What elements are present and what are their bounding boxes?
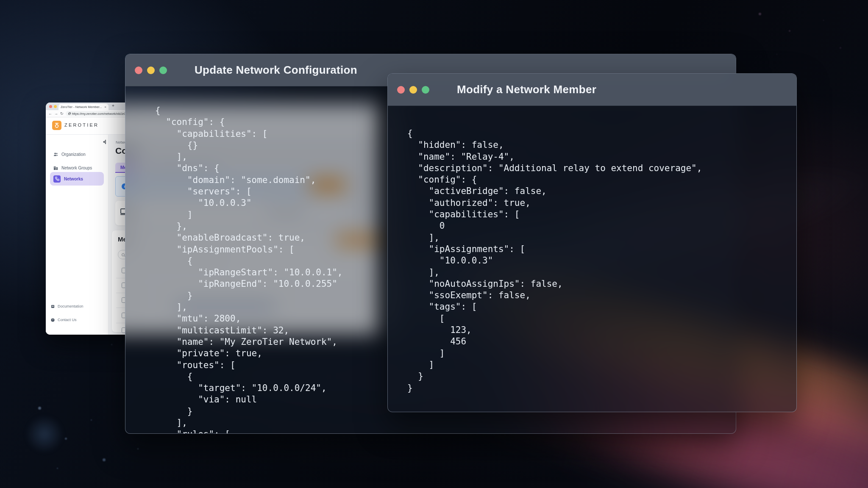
sidebar-item-label: Organization xyxy=(61,152,86,157)
svg-text:?: ? xyxy=(52,319,53,321)
browser-tab-title: ZeroTier - Network Member... xyxy=(61,105,103,109)
buildings-icon xyxy=(53,166,58,170)
minimize-button[interactable] xyxy=(147,67,155,74)
sidebar-collapse-icon[interactable] xyxy=(102,139,107,145)
browser-close-button[interactable] xyxy=(49,105,52,108)
minimize-button[interactable] xyxy=(409,86,417,94)
zerotier-brand-text: ZEROTIER xyxy=(64,122,99,128)
sidebar-item-organization[interactable]: Organization xyxy=(50,150,104,158)
zoom-button[interactable] xyxy=(159,67,167,74)
tab-close-icon[interactable]: × xyxy=(104,105,106,109)
zoom-button[interactable] xyxy=(422,86,429,94)
help-icon: ? xyxy=(51,318,55,322)
network-icon xyxy=(53,175,61,183)
sidebar-item-documentation[interactable]: Documentation xyxy=(51,303,83,309)
browser-minimize-button[interactable] xyxy=(54,105,57,108)
doc-icon xyxy=(51,305,55,308)
sidebar-item-label: Network Groups xyxy=(61,166,92,170)
modify-network-member-window: Modify a Network Member { "hidden": fals… xyxy=(387,73,797,412)
member-config-json: { "hidden": false, "name": "Relay-4", "d… xyxy=(388,106,796,412)
people-icon xyxy=(53,152,58,157)
reload-icon[interactable]: ↻ xyxy=(60,112,64,116)
forward-icon[interactable]: → xyxy=(54,112,58,116)
window-controls xyxy=(397,86,429,94)
zerotier-logo[interactable] xyxy=(52,121,61,130)
bokeh-dots-top-right xyxy=(759,13,761,15)
zerotier-logo-glyph xyxy=(54,122,60,128)
sidebar-item-network-groups[interactable]: Network Groups xyxy=(50,164,104,172)
sidebar: Organization Network Groups xyxy=(46,135,108,335)
window-controls xyxy=(135,67,167,74)
window-title: Modify a Network Member xyxy=(457,83,596,96)
lock-icon xyxy=(68,113,70,115)
sidebar-item-networks[interactable]: Networks xyxy=(50,172,104,186)
sidebar-footer-label: Documentation xyxy=(58,304,83,308)
sidebar-item-contact-us[interactable]: ? Contact Us xyxy=(51,317,77,323)
window-title: Update Network Configuration xyxy=(195,64,357,77)
sidebar-item-label: Networks xyxy=(64,177,83,181)
back-icon[interactable]: ← xyxy=(48,112,52,116)
search-icon xyxy=(122,253,125,256)
sidebar-footer-label: Contact Us xyxy=(58,318,77,322)
close-button[interactable] xyxy=(135,67,142,74)
window-title-bar[interactable]: Modify a Network Member xyxy=(388,74,796,106)
browser-tab[interactable]: ZeroTier - Network Member... × xyxy=(58,104,108,110)
bokeh-dots xyxy=(38,407,41,410)
close-button[interactable] xyxy=(397,86,405,94)
new-tab-button[interactable]: + xyxy=(112,103,114,108)
bokeh-glow xyxy=(25,415,64,453)
